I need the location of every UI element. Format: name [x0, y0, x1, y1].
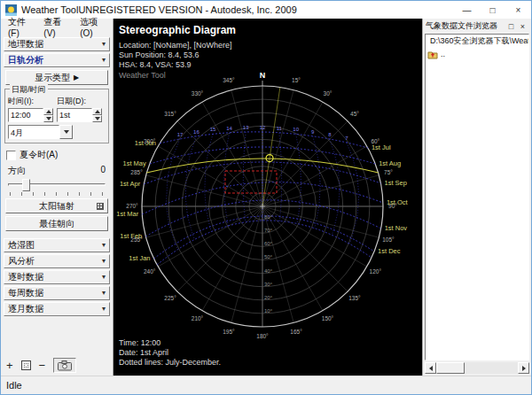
diagram-footer-line: Time: 12:00	[119, 338, 221, 348]
dropdown-button[interactable]	[59, 125, 73, 139]
chevron-down-icon: ▾	[102, 274, 106, 281]
horizontal-scrollbar[interactable]	[425, 362, 529, 374]
diagram-footer-line: Date: 1st April	[119, 348, 221, 358]
time-down-button[interactable]	[43, 115, 53, 122]
zoom-in-button[interactable]: +	[6, 360, 13, 371]
diagram-title: Stereographic Diagram	[119, 24, 236, 36]
date-label-right: 1st Dec	[378, 247, 401, 255]
azimuth-label: 330°	[192, 90, 204, 97]
altitude-label: 40°	[264, 268, 273, 274]
scroll-right-button[interactable]	[518, 362, 529, 374]
arrow-right-icon	[522, 366, 526, 371]
zoom-toolbar: + −	[6, 358, 76, 373]
section-label: 逐时数据	[8, 271, 43, 283]
chevron-down-icon: ▾	[102, 258, 106, 265]
altitude-label: 50°	[264, 254, 273, 259]
menu-item[interactable]: 文件(F)	[4, 14, 39, 40]
hour-label: 8	[328, 132, 332, 137]
azimuth-line	[231, 90, 262, 206]
section-label: 地理数据	[8, 38, 43, 50]
panel-close-button[interactable]: ×	[517, 22, 528, 31]
sidebar-section[interactable]: 每周数据▾	[4, 286, 110, 300]
date-up-button[interactable]	[92, 108, 102, 115]
azimuth-line	[177, 206, 262, 291]
altitude-label: 80°	[264, 214, 273, 220]
sidebar-section[interactable]: 焓湿图▾	[4, 238, 110, 252]
hour-label: 14	[226, 126, 232, 131]
time-up-button[interactable]	[43, 108, 53, 115]
chevron-down-icon: ▾	[102, 290, 106, 297]
month-select[interactable]: 4月	[8, 125, 106, 139]
datetime-group-title: 日期/时间	[10, 84, 48, 96]
date-label-right: 1st Jul	[372, 143, 391, 151]
azimuth-line	[262, 206, 348, 291]
north-label: N	[260, 71, 266, 80]
sidebar-section-sun-path[interactable]: 日轨分析 ▾	[4, 53, 110, 67]
month-value: 4月	[8, 125, 59, 139]
date-down-button[interactable]	[92, 115, 102, 122]
solar-radiation-button[interactable]: 太阳辐射	[5, 198, 108, 213]
panel-header: 气象数据文件浏览器 □ ×	[423, 19, 531, 34]
diagram-hsa-vsa: HSA: 8.4, VSA: 53.9	[119, 60, 192, 69]
azimuth-label: 120°	[370, 268, 382, 275]
date-value[interactable]: 1st	[57, 108, 92, 122]
menu-item[interactable]: 选项(O)	[75, 14, 113, 40]
folder-up-icon	[427, 49, 438, 59]
altitude-label: 20°	[264, 295, 273, 300]
time-value[interactable]: 12:00	[8, 108, 43, 122]
azimuth-label: 75°	[384, 169, 393, 175]
altitude-label: 10°	[264, 308, 273, 314]
azimuth-line	[262, 206, 293, 322]
camera-button[interactable]	[53, 358, 76, 373]
time-stepper[interactable]: 12:00	[8, 108, 53, 122]
best-orientation-button[interactable]: 最佳朝向	[5, 216, 108, 231]
menu-item[interactable]: 查看(V)	[39, 14, 75, 40]
dst-checkbox[interactable]	[6, 151, 16, 160]
hour-label: 12	[260, 125, 266, 130]
azimuth-label: 45°	[350, 111, 359, 117]
azimuth-line	[146, 206, 262, 237]
azimuth-label: 165°	[290, 329, 302, 335]
orientation-slider-thumb[interactable]	[22, 179, 30, 191]
scrollbar-track[interactable]	[436, 362, 518, 374]
orientation-slider[interactable]	[8, 178, 106, 192]
sidebar-section[interactable]: 逐时数据▾	[4, 270, 110, 284]
tree-item[interactable]: D:\360安全浏览器下载\Weathe	[426, 35, 528, 48]
hour-line	[224, 133, 230, 226]
hour-label: 9	[311, 129, 315, 135]
weather-file-browser-panel: 气象数据文件浏览器 □ × D:\360安全浏览器下载\Weathe..	[422, 19, 531, 376]
solar-radiation-label: 太阳辐射	[39, 200, 74, 213]
hour-label: 16	[193, 129, 200, 135]
maximize-button[interactable]: □	[480, 1, 505, 19]
panel-title: 气象数据文件浏览器	[426, 20, 505, 32]
scrollbar-thumb[interactable]	[436, 362, 465, 374]
hour-line	[205, 134, 213, 231]
altitude-label: 70°	[264, 228, 273, 233]
app-window: Weather ToolUNREGISTERED VERSION - Autod…	[0, 0, 532, 395]
sidebar: 文件(F)查看(V)选项(O) 地理数据 ▾ 日轨分析 ▾ 显示类型 ▶ 日期/…	[1, 19, 113, 376]
status-text: Idle	[6, 380, 22, 391]
date-label: 日期(D):	[57, 96, 106, 107]
close-button[interactable]: ×	[505, 1, 531, 19]
sidebar-section[interactable]: 风分析▾	[4, 254, 110, 268]
sidebar-section[interactable]: 逐月数据▾	[4, 302, 110, 316]
minimize-button[interactable]: —	[454, 1, 480, 19]
hour-label: 11	[277, 126, 283, 131]
azimuth-label: 180°	[256, 333, 269, 339]
date-stepper[interactable]: 1st	[57, 108, 102, 122]
display-type-button[interactable]: 显示类型 ▶	[5, 70, 108, 85]
panel-dock-button[interactable]: □	[505, 22, 517, 31]
zoom-out-button[interactable]: −	[39, 360, 46, 371]
dst-checkbox-row[interactable]: 夏令时(A)	[6, 149, 108, 161]
section-label: 逐月数据	[8, 303, 43, 315]
section-label: 风分析	[8, 255, 35, 267]
scroll-left-button[interactable]	[425, 362, 436, 374]
date-label-right: 1st Nov	[385, 224, 408, 232]
orientation-value: 0	[100, 165, 106, 177]
hour-line	[185, 136, 196, 240]
tree-item[interactable]: ..	[426, 48, 528, 60]
fit-view-button[interactable]	[21, 360, 31, 370]
chevron-down-icon: ▾	[102, 306, 106, 313]
display-type-label: 显示类型	[35, 72, 70, 84]
date-label-right: 1st Oct	[387, 198, 409, 206]
